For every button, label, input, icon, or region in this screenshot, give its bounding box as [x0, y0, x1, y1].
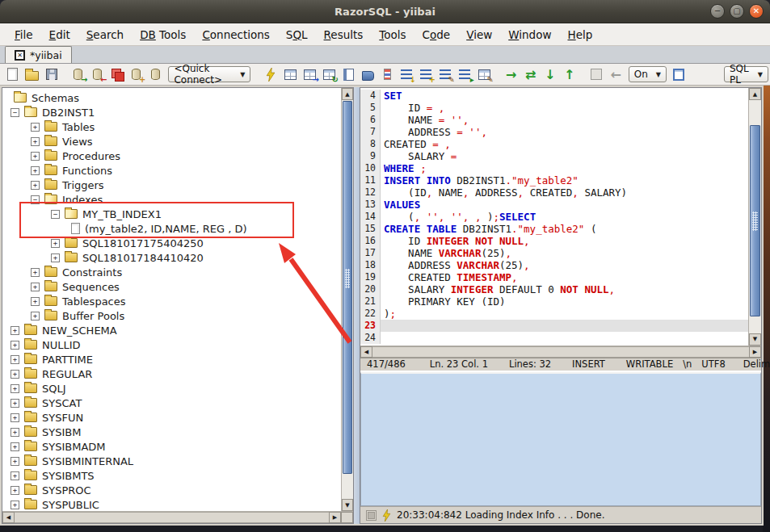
expand-icon[interactable]: +	[11, 442, 19, 451]
expand-icon[interactable]: +	[31, 283, 40, 291]
tree-item-nullid[interactable]: +NULLID	[2, 337, 341, 352]
tree-item-procedures[interactable]: +Procedures	[2, 149, 341, 163]
autocommit-dropdown[interactable]: On▼	[629, 66, 667, 82]
scroll-left-icon[interactable]: ◀	[360, 346, 372, 358]
expand-icon[interactable]: +	[51, 253, 60, 262]
expand-icon[interactable]: +	[11, 384, 19, 393]
scroll-up-icon[interactable]: ▲	[749, 88, 761, 100]
disconnect-button[interactable]: ←	[89, 65, 106, 83]
menu-results[interactable]: Results	[316, 25, 372, 44]
editor-scrollbar-thumb[interactable]	[750, 125, 760, 316]
tree-item-sysibminternal[interactable]: +SYSIBMINTERNAL	[2, 454, 341, 468]
expand-icon[interactable]: +	[11, 355, 19, 364]
documentation-button[interactable]	[360, 65, 377, 83]
tree-item-sysibmts[interactable]: +SYSIBMTS	[2, 468, 341, 483]
tree-item-syscat[interactable]: +SYSCAT	[2, 396, 341, 410]
collapse-icon[interactable]: −	[51, 210, 60, 219]
expand-icon[interactable]: +	[11, 471, 19, 480]
tree-item-my-tb-index1[interactable]: −MY_TB_INDEX1	[2, 207, 341, 221]
expand-icon[interactable]: +	[11, 370, 19, 379]
tree-item-db2inst1[interactable]: −DB2INST1	[2, 105, 341, 119]
expand-icon[interactable]: +	[11, 486, 19, 495]
status-square-icon[interactable]	[366, 510, 377, 521]
next-statement-button[interactable]: ↓	[541, 65, 558, 83]
scroll-up-icon[interactable]: ▲	[342, 88, 353, 100]
editor-vertical-scrollbar[interactable]: ▲ ▼	[748, 88, 761, 346]
tree-item-schemas[interactable]: Schemas	[2, 90, 341, 105]
tree-horizontal-scrollbar[interactable]: ◀ ▶	[2, 511, 353, 523]
tree-vertical-scrollbar[interactable]: ▲ ▼	[341, 88, 353, 511]
database-button[interactable]	[147, 65, 164, 83]
menu-connections[interactable]: Connections	[194, 25, 277, 44]
sql-editor[interactable]: 4SET5 ID = ,6 NAME = '',7 ADDRESS = '',8…	[360, 88, 748, 346]
tree-item-sysibm[interactable]: +SYSIBM	[2, 425, 341, 439]
execute-statement-button[interactable]: ▸	[457, 65, 473, 83]
scroll-down-icon[interactable]: ▼	[342, 499, 353, 511]
schema-tree[interactable]: Schemas−DB2INST1+Tables+Views+Procedures…	[2, 88, 341, 511]
menu-db-tools[interactable]: DB Tools	[132, 25, 194, 44]
editor-hscroll-thumb[interactable]	[372, 346, 749, 358]
tree-item-functions[interactable]: +Functions	[2, 163, 341, 178]
edit-statement-button[interactable]: ✎	[437, 65, 454, 83]
describe-table-button[interactable]	[282, 65, 299, 83]
tree-item-buffer-pools[interactable]: +Buffer Pools	[2, 308, 341, 323]
tree-scrollbar-thumb[interactable]	[343, 101, 352, 474]
menu-file[interactable]: File	[6, 25, 41, 44]
save-button[interactable]	[43, 65, 60, 83]
insert-statement-button[interactable]: +	[418, 65, 435, 83]
close-icon[interactable]: ✕	[749, 4, 764, 19]
expand-icon[interactable]: +	[31, 137, 40, 146]
log-button[interactable]	[671, 65, 688, 83]
tree-item-sqlj[interactable]: +SQLJ	[2, 381, 341, 396]
query-builder-button[interactable]: ✎	[476, 65, 493, 83]
tree-item-constraints[interactable]: +Constraints	[2, 265, 341, 279]
expand-icon[interactable]: +	[31, 123, 40, 132]
notebook-button[interactable]	[340, 65, 357, 83]
tree-item-sysproc[interactable]: +SYSPROC	[2, 483, 341, 497]
tree-item-tablespaces[interactable]: +Tablespaces	[2, 294, 341, 308]
tree-item-sysfun[interactable]: +SYSFUN	[2, 410, 341, 425]
expand-icon[interactable]: +	[31, 166, 40, 175]
scroll-left-icon[interactable]: ◀	[2, 512, 15, 523]
menu-code[interactable]: Code	[414, 25, 459, 44]
expand-icon[interactable]: +	[11, 413, 19, 422]
tree-item-views[interactable]: +Views	[2, 134, 341, 149]
commit-button[interactable]	[108, 65, 125, 83]
collapse-icon[interactable]: −	[31, 195, 40, 204]
expand-icon[interactable]: +	[31, 297, 40, 306]
back-button[interactable]: ←	[608, 65, 625, 83]
tree-item-sysibmadm[interactable]: +SYSIBMADM	[2, 439, 341, 454]
expand-icon[interactable]: +	[11, 457, 19, 466]
panel-splitter[interactable]	[354, 87, 360, 524]
forward-button[interactable]: →	[503, 65, 520, 83]
menu-view[interactable]: View	[458, 25, 500, 44]
expand-icon[interactable]: +	[11, 341, 19, 350]
tree-item-regular[interactable]: +REGULAR	[2, 367, 341, 381]
scroll-right-icon[interactable]: ▶	[329, 512, 341, 523]
tab-yiibai[interactable]: *yiibai	[5, 46, 72, 63]
execute-sql-button[interactable]	[263, 65, 280, 83]
quick-connect-dropdown[interactable]: <Quick Connect>▼	[168, 66, 250, 82]
connect-button[interactable]: →	[69, 65, 86, 83]
export-table-button[interactable]: →	[301, 65, 318, 83]
menu-tools[interactable]: Tools	[371, 25, 414, 44]
refresh-table-button[interactable]: ↻	[321, 65, 338, 83]
add-connection-button[interactable]: +	[128, 65, 145, 83]
scroll-right-icon[interactable]: ▶	[749, 346, 761, 358]
tree-item-my-table2-id-name-reg-d[interactable]: (my_table2, ID,NAME, REG , D)	[2, 221, 341, 236]
expand-icon[interactable]: +	[11, 399, 19, 408]
expand-icon[interactable]: +	[11, 501, 19, 509]
tree-item-tables[interactable]: +Tables	[2, 119, 341, 134]
expand-icon[interactable]: +	[11, 326, 19, 335]
previous-statement-button[interactable]: ↑	[561, 65, 578, 83]
expand-icon[interactable]: +	[31, 312, 40, 320]
tree-item-sequences[interactable]: +Sequences	[2, 279, 341, 294]
menu-sql[interactable]: SQL	[278, 25, 316, 44]
expand-icon[interactable]: +	[31, 152, 40, 161]
new-file-button[interactable]	[4, 65, 21, 83]
minimize-icon[interactable]: ─	[710, 4, 725, 19]
collapse-icon[interactable]: −	[11, 108, 19, 117]
scroll-down-icon[interactable]: ▼	[749, 333, 761, 346]
editor-horizontal-scrollbar[interactable]: ◀ ▶	[360, 346, 761, 358]
tree-item-sql181017175404250[interactable]: +SQL181017175404250	[2, 236, 341, 250]
